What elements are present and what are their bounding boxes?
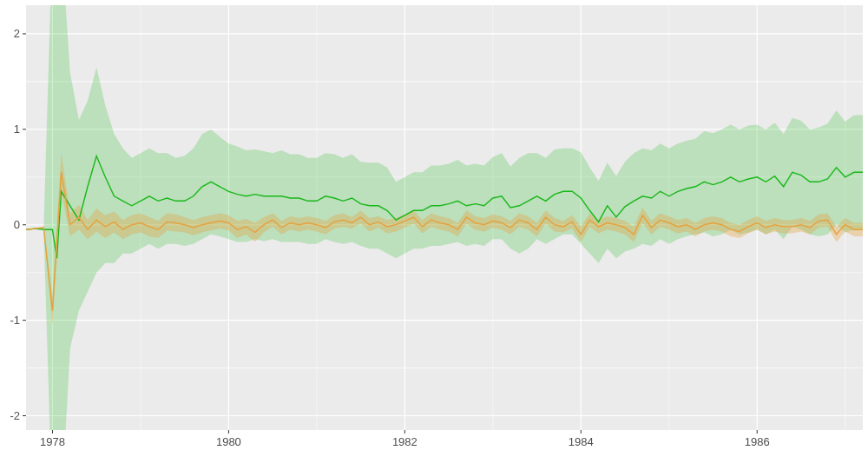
y-tick-label: -2 [10, 409, 20, 422]
y-tick-label: 2 [14, 27, 20, 40]
chart-container: -2-101219781980198219841986 [0, 0, 868, 457]
y-tick-label: 1 [14, 123, 20, 136]
chart-svg: -2-101219781980198219841986 [0, 0, 868, 457]
y-tick-label: -1 [10, 314, 20, 327]
y-tick-label: 0 [14, 218, 20, 231]
x-tick-label: 1982 [392, 435, 418, 448]
x-tick-label: 1986 [745, 435, 770, 448]
x-tick-label: 1980 [216, 435, 241, 448]
x-tick-label: 1978 [40, 435, 65, 448]
x-tick-label: 1984 [569, 435, 594, 448]
